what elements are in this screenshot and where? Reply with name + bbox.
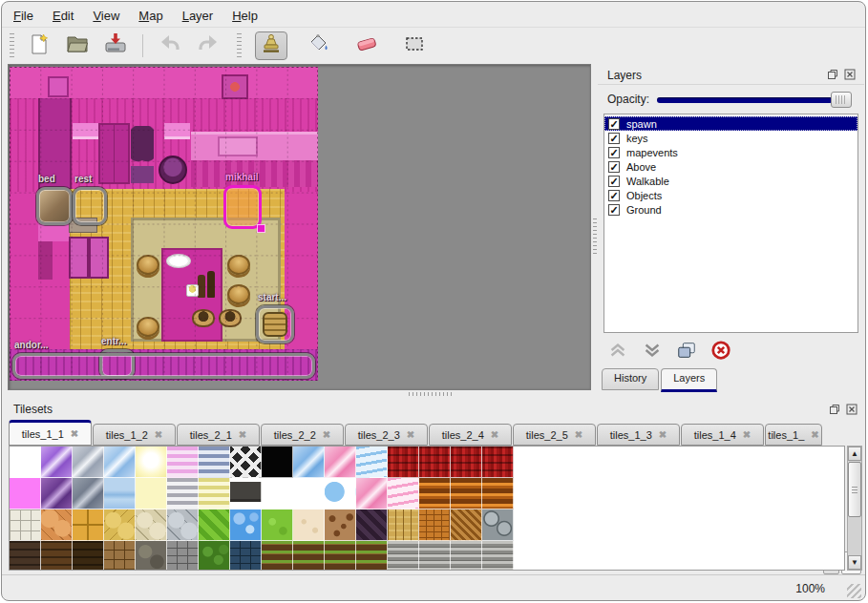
tileset-tile-water_glass[interactable] — [104, 478, 136, 509]
tileset-tile-stripes_yellow[interactable] — [199, 478, 230, 509]
layer-row-Walkable[interactable]: ✓Walkable — [604, 174, 857, 188]
opacity-slider-track[interactable] — [657, 97, 833, 103]
map-viewport[interactable]: bedrestmikhailstart...entr...andor... — [8, 64, 591, 390]
tab-close-icon[interactable]: ✖ — [71, 428, 78, 439]
menu-help[interactable]: Help — [232, 9, 258, 23]
tileset-tile-wall_dark[interactable] — [10, 541, 41, 571]
scroll-down-button[interactable]: ▼ — [848, 555, 861, 570]
tileset-tile-glass_purple[interactable] — [41, 447, 73, 478]
tileset-tile-planks_gray[interactable] — [482, 541, 514, 571]
menu-file[interactable]: File — [13, 9, 33, 23]
toolbar-grip[interactable] — [10, 33, 14, 58]
eraser-tool-button[interactable] — [350, 31, 383, 60]
tileset-tile-waves_blue[interactable] — [356, 447, 388, 478]
tileset-tile-waves_pink[interactable] — [388, 478, 419, 509]
tab-close-icon[interactable]: ✖ — [659, 429, 667, 440]
tileset-tile-brick_orange[interactable] — [419, 509, 451, 541]
tileset-tile-black[interactable] — [262, 447, 293, 478]
stamp-tool-button[interactable] — [255, 31, 287, 60]
tileset-tile-wall_brown[interactable] — [41, 541, 73, 571]
menu-edit[interactable]: Edit — [53, 9, 74, 23]
tileset-tile-planks_vert[interactable] — [388, 509, 419, 541]
tileset-tile-glass_darkpurple[interactable] — [41, 478, 73, 509]
tileset-tile-white[interactable] — [10, 447, 41, 478]
tileset-tile-grass_striped[interactable] — [199, 509, 230, 541]
tileset-tile-brick_blue[interactable] — [230, 541, 262, 571]
layer-visibility-checkbox[interactable]: ✓ — [608, 190, 620, 201]
tileset-tab-tiles_1_[interactable]: tiles_1_✖ — [765, 424, 822, 446]
tileset-tile-planks_gray[interactable] — [388, 541, 419, 571]
tileset-tile-glass_darkgray[interactable] — [73, 478, 104, 509]
dock-tab-layers[interactable]: Layers — [661, 368, 717, 392]
tileset-tab-tiles_2_3[interactable]: tiles_2_3✖ — [345, 424, 428, 446]
tileset-tab-tiles_2_1[interactable]: tiles_2_1✖ — [177, 424, 260, 446]
selection-handle[interactable] — [257, 224, 265, 233]
tileset-tile-stripes_brown[interactable] — [419, 478, 451, 509]
tileset-tile-stripes_pink[interactable] — [167, 447, 199, 478]
tileset-tile-stones_yellow[interactable] — [104, 509, 136, 541]
new-file-button[interactable] — [23, 31, 55, 60]
layer-row-Ground[interactable]: ✓Ground — [604, 202, 857, 217]
layer-row-Above[interactable]: ✓Above — [604, 159, 857, 174]
raise-layer-button[interactable] — [605, 340, 630, 364]
tileset-tile-glass_pink[interactable] — [356, 478, 388, 509]
duplicate-layer-button[interactable] — [674, 340, 699, 364]
map-object-start[interactable] — [256, 305, 294, 343]
delete-layer-button[interactable] — [709, 340, 733, 364]
toolbar-grip[interactable] — [237, 33, 242, 58]
tileset-tab-tiles_2_4[interactable]: tiles_2_4✖ — [429, 424, 512, 446]
opacity-slider-handle[interactable] — [831, 92, 852, 108]
tileset-tile-hedge[interactable] — [199, 541, 230, 571]
tileset-tile-white[interactable] — [293, 478, 325, 509]
tileset-tile-crops[interactable] — [325, 541, 356, 571]
tileset-tile-sign[interactable] — [230, 478, 262, 509]
tab-close-icon[interactable]: ✖ — [239, 429, 246, 440]
tileset-tile-water_patch[interactable] — [325, 478, 356, 509]
tileset-view[interactable] — [9, 446, 845, 571]
tileset-tile-brick_gray[interactable] — [167, 541, 199, 571]
tileset-tab-tiles_1_4[interactable]: tiles_1_4✖ — [681, 424, 764, 446]
float-panel-button[interactable] — [828, 403, 841, 416]
tileset-tile-white[interactable] — [262, 478, 293, 509]
layer-row-keys[interactable]: ✓keys — [604, 131, 857, 145]
resize-grip[interactable] — [847, 584, 861, 598]
tileset-tile-stones_orange[interactable] — [41, 509, 73, 541]
tileset-tab-tiles_1_1[interactable]: tiles_1_1✖ — [9, 420, 92, 446]
tileset-tab-tiles_1_2[interactable]: tiles_1_2✖ — [93, 424, 176, 446]
tileset-tile-path_stone[interactable] — [10, 509, 41, 541]
open-file-button[interactable] — [61, 31, 94, 60]
tileset-tile-sand[interactable] — [293, 509, 325, 541]
dock-tab-history[interactable]: History — [602, 368, 659, 390]
save-file-button[interactable] — [99, 31, 132, 60]
close-panel-button[interactable] — [845, 403, 858, 416]
tab-close-icon[interactable]: ✖ — [811, 429, 818, 440]
tileset-tile-crops[interactable] — [293, 541, 325, 571]
tileset-tab-tiles_1_3[interactable]: tiles_1_3✖ — [597, 424, 680, 446]
tab-close-icon[interactable]: ✖ — [407, 429, 414, 440]
layer-visibility-checkbox[interactable]: ✓ — [608, 204, 620, 216]
tileset-tile-stripes_bluegray[interactable] — [199, 447, 230, 478]
tileset-tile-planks_gray[interactable] — [451, 541, 482, 571]
tileset-tile-glass_blue[interactable] — [104, 447, 136, 478]
tileset-tile-magenta[interactable] — [10, 478, 41, 509]
menu-map[interactable]: Map — [138, 9, 162, 23]
tileset-tile-tiles_gold[interactable] — [73, 509, 104, 541]
tileset-tile-stripes_gray[interactable] — [167, 478, 199, 509]
tileset-tile-planks_gray[interactable] — [419, 541, 451, 571]
map-object-mikhail[interactable] — [223, 185, 262, 229]
layer-visibility-checkbox[interactable]: ✓ — [608, 176, 620, 187]
tileset-tile-herringbone[interactable] — [451, 509, 482, 541]
map-object-rest[interactable] — [73, 187, 107, 225]
layer-row-Objects[interactable]: ✓Objects — [604, 188, 857, 202]
rect-select-tool-button[interactable] — [398, 31, 431, 60]
tileset-tile-curtain_red[interactable] — [388, 447, 419, 478]
tileset-tile-stripes_brown[interactable] — [451, 478, 482, 509]
tileset-tile-glow_yellow[interactable] — [136, 447, 167, 478]
layer-visibility-checkbox[interactable]: ✓ — [608, 161, 620, 173]
layer-visibility-checkbox[interactable]: ✓ — [608, 118, 620, 130]
layer-visibility-checkbox[interactable]: ✓ — [608, 147, 620, 158]
fill-tool-button[interactable] — [303, 31, 335, 60]
close-panel-button[interactable] — [843, 68, 857, 81]
tileset-tile-wall_darkbrown[interactable] — [73, 541, 104, 571]
tileset-tile-grass[interactable] — [262, 509, 293, 541]
